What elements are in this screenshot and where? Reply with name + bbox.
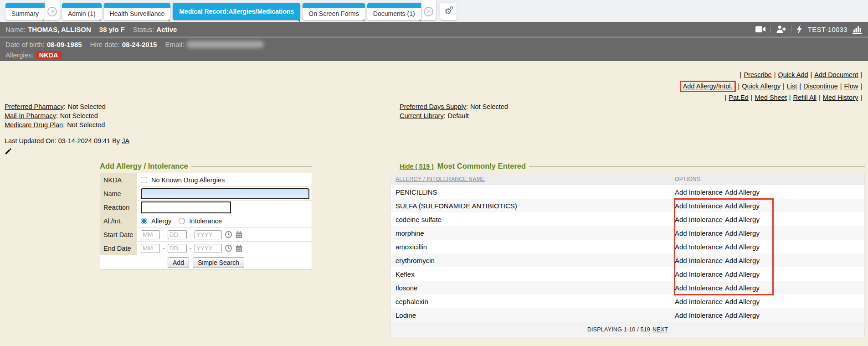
documents-popout-button[interactable]: ↗ xyxy=(421,0,436,20)
nkda-row-label: NKDA xyxy=(100,173,137,186)
pipe-separator xyxy=(787,94,793,101)
calendar-icon[interactable] xyxy=(235,231,243,238)
allergy-name-cell: amoxicillin xyxy=(391,243,675,251)
action-link[interactable]: List xyxy=(787,83,797,90)
options-cell: Add Intolerance Add Allergy xyxy=(675,243,864,251)
add-allergy-link[interactable]: Add Allergy xyxy=(725,298,760,305)
add-intolerance-link[interactable]: Add Intolerance xyxy=(675,257,723,264)
add-intolerance-link[interactable]: Add Intolerance xyxy=(675,188,723,196)
pipe-separator xyxy=(722,94,729,101)
supply-info-row: Current LibraryDefault xyxy=(400,111,508,120)
tab-medical-record[interactable]: Medical Record:Allergies/Medications xyxy=(173,3,300,20)
clock-icon[interactable] xyxy=(225,231,232,238)
end-month-input[interactable] xyxy=(141,244,160,253)
tab-group-summary: Summary ↗ xyxy=(5,0,60,20)
pharmacy-link[interactable]: Medicare Drug Plan xyxy=(5,121,63,129)
popout-icon: ↗ xyxy=(424,7,433,16)
start-year-input[interactable] xyxy=(195,230,222,239)
summary-popout-button[interactable]: ↗ xyxy=(45,0,60,20)
action-link[interactable]: Quick Add xyxy=(778,71,808,78)
action-link[interactable]: Quick Allergy xyxy=(742,83,781,90)
action-link[interactable]: Add Document xyxy=(814,71,858,78)
add-button[interactable]: Add xyxy=(168,257,189,268)
nkda-checkbox[interactable] xyxy=(141,177,147,183)
start-day-input[interactable] xyxy=(168,230,187,239)
action-link[interactable]: Med Sheet xyxy=(755,94,787,101)
add-allergy-link[interactable]: Add Allergy xyxy=(725,284,760,292)
patient-header-bar: Name: THOMAS, ALLISON 38 y/o F Status: A… xyxy=(0,22,868,37)
supply-info: Preferred Days SupplyNot Selected Curren… xyxy=(400,102,508,120)
settings-button[interactable]: ⚙ ⚙ xyxy=(440,3,457,20)
common-allergies-table: ALLERGY / INTOLERANCE NAME OPTIONS PENIC… xyxy=(390,173,865,337)
lightning-icon[interactable] xyxy=(796,25,803,34)
supply-link[interactable]: Preferred Days Supply xyxy=(400,103,466,110)
pharmacy-link[interactable]: Preferred Pharmacy xyxy=(5,103,64,110)
last-updated-by-link[interactable]: JA xyxy=(122,137,129,145)
nkda-checkbox-label: No Known Drug Allergies xyxy=(151,176,225,184)
add-allergy-link[interactable]: Add Allergy xyxy=(725,188,760,196)
tab-summary[interactable]: Summary xyxy=(5,3,45,20)
next-page-link[interactable]: NEXT xyxy=(652,326,668,333)
form-row-reaction: Reaction xyxy=(100,201,312,214)
supply-link[interactable]: Current Library xyxy=(400,112,444,119)
add-allergy-link[interactable]: Add Allergy xyxy=(725,243,760,251)
options-cell: Add Intolerance Add Allergy xyxy=(675,188,864,196)
action-links-row3: Pat.EdMed SheetRefill AllMed History xyxy=(680,92,864,103)
hide-count-link[interactable]: Hide ( 519 ) xyxy=(400,163,434,170)
add-allergy-link[interactable]: Add Allergy xyxy=(725,257,760,264)
video-camera-icon[interactable] xyxy=(755,26,765,33)
patient-age-sex: 38 y/o F xyxy=(99,26,125,33)
edit-pencil-icon[interactable] xyxy=(5,148,12,156)
table-row: SULFA (SULFONAMIDE ANTIBIOTICS) Add Into… xyxy=(391,199,864,212)
simple-search-button[interactable]: Simple Search xyxy=(193,257,244,268)
patient-detail-line2: Allergies: NKDA xyxy=(5,50,863,60)
action-link[interactable]: Discontinue xyxy=(803,83,838,90)
tab-on-screen-forms[interactable]: On Screen Forms xyxy=(303,3,365,20)
end-year-input[interactable] xyxy=(195,244,222,253)
add-allergy-link[interactable]: Add Allergy xyxy=(725,229,760,237)
action-link[interactable]: Refill All xyxy=(793,94,817,101)
add-intolerance-link[interactable]: Add Intolerance xyxy=(675,270,723,278)
add-allergy-link[interactable]: Add Allergy xyxy=(725,216,760,223)
add-intolerance-link[interactable]: Add Intolerance xyxy=(675,311,723,319)
pharmacy-value: Not Selected xyxy=(60,112,98,119)
tab-health-surveillance[interactable]: Health Surveillance xyxy=(104,3,171,20)
add-allergy-link[interactable]: Add Allergy xyxy=(725,270,760,278)
tab-documents[interactable]: Documents (1) xyxy=(367,3,421,20)
reaction-input[interactable] xyxy=(141,201,231,213)
pharmacy-link[interactable]: Mail-In Pharmacy xyxy=(5,112,56,119)
add-intolerance-link[interactable]: Add Intolerance xyxy=(675,202,723,210)
radio-intolerance[interactable] xyxy=(179,218,185,224)
allergy-name-sort-link[interactable]: ALLERGY / INTOLERANCE NAME xyxy=(395,176,485,182)
action-link[interactable]: Med History xyxy=(823,94,858,101)
action-link[interactable]: Prescribe xyxy=(744,71,771,78)
chart-icon[interactable] xyxy=(853,25,863,34)
allergy-name-cell: cephalexin xyxy=(391,298,675,305)
tab-bar: Summary ↗ Admin (1) Health Surveillance … xyxy=(0,0,868,22)
calendar-icon[interactable] xyxy=(235,244,243,252)
common-legend-title: Most Commonly Entered xyxy=(437,162,526,170)
add-allergy-intol-link[interactable]: Add Allergy/Intol. xyxy=(680,81,736,92)
add-allergy-link[interactable]: Add Allergy xyxy=(725,311,760,319)
clock-icon[interactable] xyxy=(225,244,232,252)
add-person-icon[interactable] xyxy=(776,25,786,33)
start-month-input[interactable] xyxy=(141,230,160,239)
table-body: PENICILLINS Add Intolerance Add Allergy … xyxy=(391,185,864,322)
options-cell: Add Intolerance Add Allergy xyxy=(675,202,864,210)
add-allergy-link[interactable]: Add Allergy xyxy=(725,202,760,210)
action-link[interactable]: Pat.Ed xyxy=(729,94,749,101)
add-intolerance-link[interactable]: Add Intolerance xyxy=(675,298,723,305)
add-intolerance-link[interactable]: Add Intolerance xyxy=(675,229,723,237)
radio-allergy[interactable] xyxy=(141,218,147,224)
radio-intolerance-label: Intolerance xyxy=(189,217,222,225)
add-intolerance-link[interactable]: Add Intolerance xyxy=(675,216,723,223)
tab-group-documents: Documents (1) ↗ xyxy=(367,0,436,20)
tab-admin[interactable]: Admin (1) xyxy=(62,3,102,20)
allergy-name-input[interactable] xyxy=(141,188,309,199)
action-link[interactable]: Flow xyxy=(844,83,858,90)
end-day-input[interactable] xyxy=(168,244,187,253)
add-intolerance-link[interactable]: Add Intolerance xyxy=(675,243,723,251)
tab-label: Health Surveillance xyxy=(110,10,165,17)
add-intolerance-link[interactable]: Add Intolerance xyxy=(675,284,723,292)
table-row: morphine Add Intolerance Add Allergy xyxy=(391,226,864,240)
